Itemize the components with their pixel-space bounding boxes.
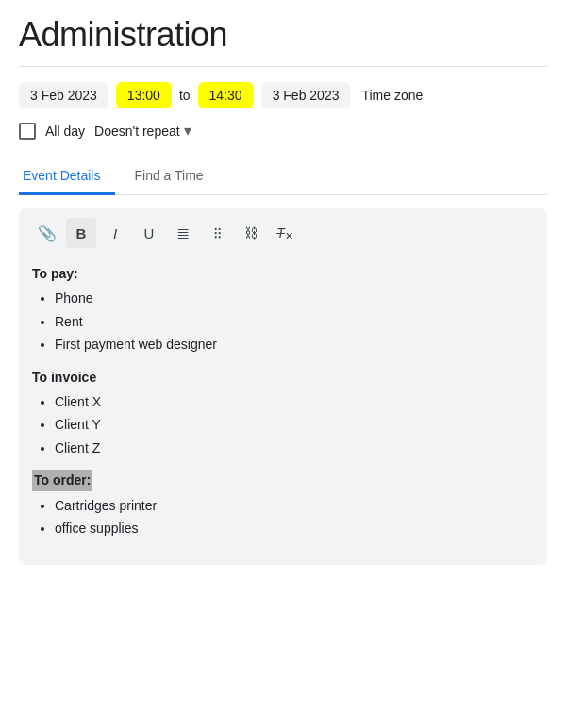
ordered-list-button[interactable]: ≣ <box>168 218 198 248</box>
italic-icon: I <box>113 225 117 241</box>
allday-label: All day <box>45 124 85 139</box>
unordered-list-button[interactable]: ⁝⁝ <box>202 218 232 248</box>
clear-format-button[interactable]: T✕ <box>270 218 300 248</box>
link-icon: ⛓ <box>244 225 258 240</box>
list-item: First payment web designer <box>55 334 534 355</box>
unordered-list-icon: ⁝⁝ <box>213 223 221 243</box>
clear-format-icon: T✕ <box>276 225 293 240</box>
list-item: Cartridges printer <box>55 495 534 516</box>
list-item: office supplies <box>55 518 534 538</box>
section-to-pay-header: To pay: <box>32 263 534 284</box>
to-invoice-list: Client X Client Y Client Z <box>32 391 534 458</box>
section-to-order-header: To order: <box>32 470 534 494</box>
underline-button[interactable]: U <box>134 218 164 248</box>
start-time[interactable]: 13:00 <box>116 82 172 108</box>
section-to-order: To order: Cartridges printer office supp… <box>32 470 534 538</box>
toolbar: 📎 B I U ≣ ⁝⁝ ⛓ T✕ <box>32 218 534 252</box>
datetime-row: 3 Feb 2023 13:00 to 14:30 3 Feb 2023 Tim… <box>19 82 547 108</box>
list-item: Client X <box>55 391 534 412</box>
to-label: to <box>179 88 191 103</box>
to-pay-list: Phone Rent First payment web designer <box>32 288 534 355</box>
allday-row: All day Doesn't repeat ▾ <box>19 122 547 140</box>
allday-checkbox[interactable] <box>19 123 36 140</box>
italic-button[interactable]: I <box>100 218 130 248</box>
list-item: Client Y <box>55 414 534 435</box>
bold-icon: B <box>76 225 87 241</box>
bold-button[interactable]: B <box>66 218 96 248</box>
editor-container: 📎 B I U ≣ ⁝⁝ ⛓ T✕ <box>19 208 547 565</box>
tab-event-details[interactable]: Event Details <box>19 158 115 195</box>
repeat-dropdown[interactable]: Doesn't repeat ▾ <box>94 122 191 140</box>
page-title: Administration <box>19 15 547 55</box>
page-container: Administration 3 Feb 2023 13:00 to 14:30… <box>0 0 566 584</box>
list-item: Client Z <box>55 438 534 458</box>
tabs-row: Event Details Find a Time <box>19 158 547 195</box>
list-item: Rent <box>55 311 534 332</box>
repeat-label: Doesn't repeat <box>94 124 180 139</box>
end-date[interactable]: 3 Feb 2023 <box>261 82 351 108</box>
section-to-invoice-header: To invoice <box>32 367 534 388</box>
tab-find-a-time[interactable]: Find a Time <box>130 158 218 195</box>
title-divider <box>19 66 547 67</box>
section-to-pay: To pay: Phone Rent First payment web des… <box>32 263 534 356</box>
link-button[interactable]: ⛓ <box>236 218 266 248</box>
timezone-label[interactable]: Time zone <box>361 88 423 103</box>
underline-icon: U <box>144 225 155 241</box>
end-time[interactable]: 14:30 <box>198 82 254 108</box>
chevron-down-icon: ▾ <box>184 122 191 140</box>
attach-icon: 📎 <box>38 224 57 242</box>
start-date[interactable]: 3 Feb 2023 <box>19 82 108 108</box>
content-area: To pay: Phone Rent First payment web des… <box>32 263 534 538</box>
attach-button[interactable]: 📎 <box>32 218 62 248</box>
ordered-list-icon: ≣ <box>176 223 190 243</box>
to-order-list: Cartridges printer office supplies <box>32 495 534 539</box>
list-item: Phone <box>55 288 534 308</box>
section-to-invoice: To invoice Client X Client Y Client Z <box>32 367 534 459</box>
